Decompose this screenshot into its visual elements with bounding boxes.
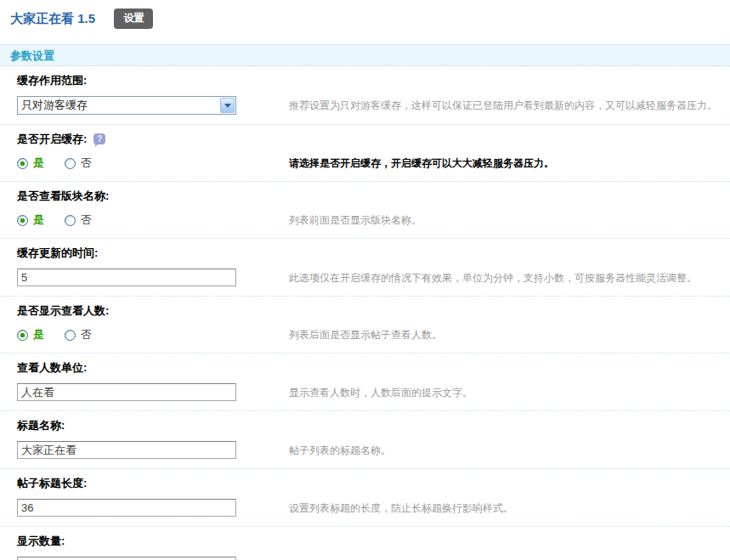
field-label: 是否开启缓存: xyxy=(17,133,87,145)
show-view-count-radio-group: 是 否 xyxy=(17,327,112,342)
radio-circle[interactable] xyxy=(65,330,76,341)
field-enable-cache: 是否开启缓存: 是 否 请选择是否开启缓存，开启缓存可以大大减轻服务器压力。 xyxy=(0,125,730,182)
radio-yes-label: 是 xyxy=(33,327,44,342)
field-hint: 推荐设置为只对游客缓存，这样可以保证已登陆用户看到最新的内容，又可以减轻服务器压… xyxy=(289,99,717,113)
radio-no[interactable]: 否 xyxy=(65,156,92,171)
display-count-input[interactable] xyxy=(17,557,236,560)
radio-no-label: 否 xyxy=(81,156,92,171)
radio-circle-checked[interactable] xyxy=(17,330,28,341)
selected-option: 只对游客缓存 xyxy=(18,98,88,113)
radio-circle-checked[interactable] xyxy=(17,158,28,169)
radio-no-label: 否 xyxy=(81,212,92,228)
field-hint: 帖子列表的标题名称。 xyxy=(289,443,391,457)
post-title-length-input[interactable] xyxy=(17,499,236,517)
field-show-forum-name: 是否查看版块名称: 是 否 列表前面是否显示版块名称。 xyxy=(0,182,730,239)
radio-no[interactable]: 否 xyxy=(65,212,92,228)
radio-no[interactable]: 否 xyxy=(65,327,92,342)
cache-update-time-input[interactable] xyxy=(17,269,236,286)
field-post-title-length: 帖子标题长度: 设置列表标题的长度，防止长标题换行影响样式。 xyxy=(0,469,730,527)
field-hint: 设置列表标题的长度，防止长标题换行影响样式。 xyxy=(289,501,513,515)
section-header-params: 参数设置 xyxy=(0,44,730,66)
field-label: 标题名称: xyxy=(17,418,730,433)
field-title-name: 标题名称: 帖子列表的标题名称。 xyxy=(0,411,730,469)
field-show-view-count: 是否显示查看人数: 是 否 列表后面是否显示帖子查看人数。 xyxy=(0,297,730,354)
field-cache-scope: 缓存作用范围: 只对游客缓存 推荐设置为只对游客缓存，这样可以保证已登陆用户看到… xyxy=(0,66,730,125)
view-count-unit-input[interactable] xyxy=(17,383,236,401)
radio-yes-label: 是 xyxy=(33,212,44,228)
radio-circle[interactable] xyxy=(65,215,76,226)
cache-scope-select[interactable]: 只对游客缓存 xyxy=(17,96,236,115)
radio-yes[interactable]: 是 xyxy=(17,327,44,342)
field-hint: 列表前面是否显示版块名称。 xyxy=(289,213,422,228)
field-label: 缓存作用范围: xyxy=(17,73,730,88)
radio-circle-checked[interactable] xyxy=(17,215,28,226)
radio-yes[interactable]: 是 xyxy=(17,212,44,228)
enable-cache-radio-group: 是 否 xyxy=(17,156,112,171)
field-label: 显示数量: xyxy=(17,534,730,549)
field-hint: 此选项仅在开启缓存的情况下有效果，单位为分钟，支持小数，可按服务器性能灵活调整。 xyxy=(289,270,697,285)
field-hint: 显示查看人数时，人数后面的提示文字。 xyxy=(289,385,473,399)
show-forum-name-radio-group: 是 否 xyxy=(17,212,112,228)
field-view-count-unit: 查看人数单位: 显示查看人数时，人数后面的提示文字。 xyxy=(0,354,730,411)
field-label: 缓存更新的时间: xyxy=(17,246,730,261)
radio-yes-label: 是 xyxy=(33,156,44,171)
help-icon[interactable] xyxy=(93,133,105,144)
radio-yes[interactable]: 是 xyxy=(17,156,44,171)
field-label: 是否查看版块名称: xyxy=(17,189,730,204)
field-hint: 请选择是否开启缓存，开启缓存可以大大减轻服务器压力。 xyxy=(289,156,554,171)
field-display-count: 显示数量: 列表的显示数量。 xyxy=(0,527,730,560)
field-label: 帖子标题长度: xyxy=(17,476,730,491)
radio-no-label: 否 xyxy=(81,327,92,342)
page-title: 大家正在看 1.5 xyxy=(10,11,95,27)
field-label: 是否显示查看人数: xyxy=(17,303,730,319)
settings-tab-button[interactable]: 设置 xyxy=(114,8,153,29)
field-cache-update-time: 缓存更新的时间: 此选项仅在开启缓存的情况下有效果，单位为分钟，支持小数，可按服… xyxy=(0,239,730,297)
field-hint: 列表后面是否显示帖子查看人数。 xyxy=(289,328,442,342)
radio-circle[interactable] xyxy=(65,158,76,169)
page-header: 大家正在看 1.5 设置 xyxy=(0,0,730,34)
field-label: 查看人数单位: xyxy=(17,360,730,376)
title-name-input[interactable] xyxy=(17,441,236,459)
chevron-down-icon[interactable] xyxy=(220,98,235,113)
